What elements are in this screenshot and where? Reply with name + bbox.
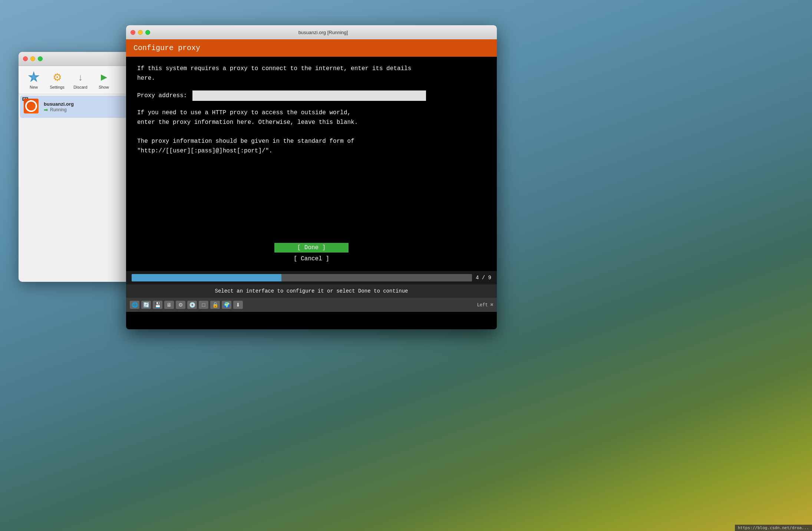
globe-icon[interactable]: 🌍 xyxy=(222,301,231,309)
running-arrow-icon: ➡ xyxy=(44,107,48,113)
save-icon[interactable]: 💾 xyxy=(153,301,162,309)
usb-icon[interactable]: □ xyxy=(199,301,208,309)
help-line5: "http://[[user][:pass]@]host[:port]/". xyxy=(137,148,273,154)
new-button[interactable]: New xyxy=(23,69,44,91)
vm-buttons-area: [ Done ] [ Cancel ] xyxy=(126,235,497,271)
vm-status-text: Running xyxy=(50,107,67,112)
vm-icon-wrap: 64 xyxy=(24,99,40,115)
traffic-lights xyxy=(23,56,43,61)
progress-area: 4 / 9 xyxy=(126,271,497,284)
description-line2: here. xyxy=(137,75,155,82)
keyboard-shortcut-text: Left ⌘ xyxy=(477,302,493,307)
help-line2: enter the proxy information here. Otherw… xyxy=(137,119,358,126)
show-label: Show xyxy=(99,85,109,89)
settings-icon: ⚙ xyxy=(50,70,64,84)
vm-status-bar-text: Select an interface to configure it or s… xyxy=(215,288,408,294)
vm-close-button[interactable] xyxy=(131,30,135,35)
refresh-icon[interactable]: 🔄 xyxy=(141,301,151,309)
lock-icon[interactable]: 🔒 xyxy=(210,301,220,309)
help-line1: If you need to use a HTTP proxy to acces… xyxy=(137,109,351,116)
monitor-icon[interactable]: 🖥 xyxy=(164,301,174,309)
terminal-spacer xyxy=(126,169,497,235)
progress-bar-fill xyxy=(132,274,281,281)
discard-button[interactable]: ↓ Discard xyxy=(70,69,91,91)
proxy-label: Proxy address: xyxy=(137,92,187,99)
help-line4: The proxy information should be given in… xyxy=(137,138,354,145)
progress-text: 4 / 9 xyxy=(476,275,491,281)
vm-logo xyxy=(24,99,39,113)
terminal-section: If this system requires a proxy to conne… xyxy=(126,57,497,169)
minimize-button[interactable] xyxy=(30,56,35,61)
discard-label: Discard xyxy=(73,85,87,89)
show-button[interactable]: ▶ Show xyxy=(93,69,115,91)
disk-icon[interactable]: 💿 xyxy=(187,301,197,309)
vm-header-bar: Configure proxy xyxy=(126,39,497,57)
cancel-button[interactable]: [ Cancel ] xyxy=(274,254,349,264)
description-line1: If this system requires a proxy to conne… xyxy=(137,65,411,72)
vm-status-bar: Select an interface to configure it or s… xyxy=(126,284,497,298)
discard-icon: ↓ xyxy=(74,70,87,84)
download-icon[interactable]: ⬇ xyxy=(233,301,243,309)
progress-bar-container xyxy=(132,274,472,281)
settings-label: Settings xyxy=(50,85,65,89)
new-label: New xyxy=(30,85,38,89)
new-icon xyxy=(27,70,40,84)
vm-titlebar: busuanzi.org [Running] xyxy=(126,25,497,39)
show-icon: ▶ xyxy=(97,70,110,84)
help-text: If you need to use a HTTP proxy to acces… xyxy=(137,108,486,156)
vm-bottom-icons: 🌐 🔄 💾 🖥 ⚙ 💿 □ 🔒 🌍 ⬇ Left ⌘ xyxy=(126,298,497,312)
proxy-input[interactable] xyxy=(192,90,426,101)
close-button[interactable] xyxy=(23,56,28,61)
vm-header-title: Configure proxy xyxy=(133,44,489,52)
done-button[interactable]: [ Done ] xyxy=(274,243,349,253)
settings-button[interactable]: ⚙ Settings xyxy=(46,69,68,91)
maximize-button[interactable] xyxy=(38,56,43,61)
vm-title: busuanzi.org [Running] xyxy=(154,30,492,35)
vm-maximize-button[interactable] xyxy=(145,30,150,35)
vm-traffic-lights xyxy=(131,30,150,35)
vm-minimize-button[interactable] xyxy=(138,30,143,35)
description-text: If this system requires a proxy to conne… xyxy=(137,64,486,83)
proxy-form-row: Proxy address: xyxy=(137,90,486,101)
bottom-icons-left: 🌐 🔄 💾 🖥 ⚙ 💿 □ 🔒 🌍 ⬇ xyxy=(130,301,243,309)
gear-icon[interactable]: ⚙ xyxy=(176,301,185,309)
url-bar: https://blog.csdn.net/droa... xyxy=(735,525,812,531)
vm-window: busuanzi.org [Running] Configure proxy I… xyxy=(126,25,497,329)
network-icon[interactable]: 🌐 xyxy=(130,301,139,309)
